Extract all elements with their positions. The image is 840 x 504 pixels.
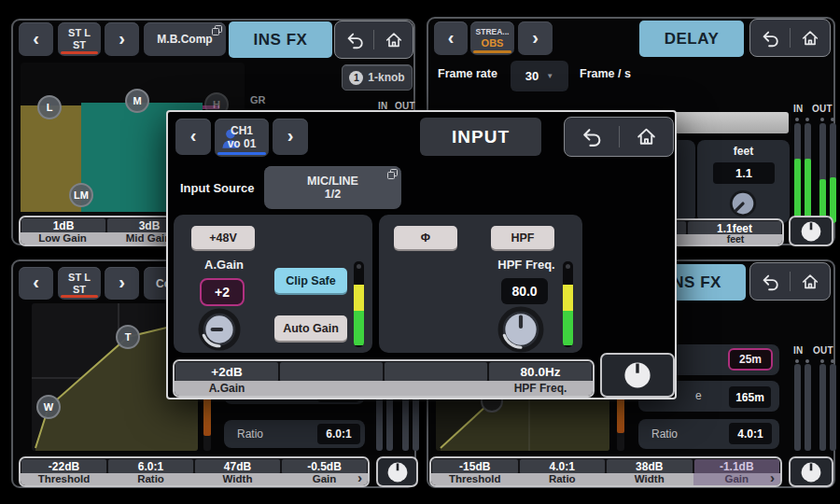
home-icon[interactable] [800,28,820,49]
divider [790,28,791,48]
param-cell-low-gain[interactable]: 1dB [21,218,105,233]
expand-chevron-icon[interactable]: › [770,471,775,483]
undo-icon[interactable] [344,30,365,50]
screen-title-tab[interactable]: INS FX [229,21,332,58]
param-cell-width[interactable]: 47dB [195,459,280,474]
dialog-title: INPUT [420,118,541,156]
param-label-feet: feet [687,234,784,245]
screen-title-tab[interactable]: DELAY [639,21,744,57]
home-icon[interactable] [635,125,658,148]
home-icon[interactable] [384,30,404,50]
delay-knob[interactable] [726,189,760,220]
channel-select-button[interactable]: ST L ST [58,267,101,300]
hpf-button[interactable]: HPF [491,226,554,249]
ratio-subpanel: Ratio 6.0:1 [224,420,365,448]
frame-rate-dropdown[interactable]: 30 ▼ [511,61,568,91]
threshold-handle[interactable]: T [116,325,140,349]
param-cell-width[interactable]: 38dB [607,459,693,474]
input-source-line1: MIC/LINE [307,175,358,188]
in-meter-1 [794,123,801,223]
undo-icon[interactable] [760,272,780,292]
param-label-ratio: Ratio [519,473,607,485]
chevron-right-icon: › [532,28,539,47]
clip-safe-button[interactable]: Clip Safe [274,268,347,293]
prev-channel-button[interactable]: ‹ [19,267,53,300]
again-label: A.Gain [194,258,254,272]
param-cell-hpf-freq[interactable]: 80.0Hz [489,362,592,382]
channel-select-button[interactable]: CH1 vo 01 [215,119,269,157]
chevron-left-icon: ‹ [33,273,39,291]
knob-assign-button[interactable] [376,456,418,487]
undo-icon[interactable] [760,28,780,49]
band-handle-l[interactable]: L [37,95,62,119]
one-knob-button[interactable]: 1 1-knob [342,64,413,91]
undo-icon[interactable] [580,125,603,148]
input-source-label: Input Source [180,181,254,195]
frame-rate-unit: Frame / s [580,67,631,80]
param-cell-ratio[interactable]: 6.0:1 [108,459,193,474]
param-cell-threshold[interactable]: -15dB [432,459,518,474]
knob-assign-button[interactable] [600,353,675,398]
peak-dot [820,359,824,363]
frame-rate-label: Frame rate [438,67,497,80]
knob-assign-button[interactable] [789,456,833,487]
ratio-value[interactable]: 4.0:1 [729,423,772,444]
band-handle-m[interactable]: M [125,89,149,113]
auto-gain-button[interactable]: Auto Gain [274,315,347,341]
param-label-threshold: Threshold [21,473,107,485]
prev-channel-button[interactable]: ‹ [175,119,211,155]
input-dialog: ‹ CH1 vo 01 › INPUT Input Source MIC/LIN… [166,110,677,399]
out-meter-1 [819,364,826,451]
input-source-button[interactable]: MIC/LINE 1/2 [264,166,401,209]
param-cell-gain[interactable]: -0.5dB [282,459,367,474]
out-meter-2 [830,123,836,223]
release-value[interactable]: 165m [729,386,771,408]
home-icon[interactable] [800,272,820,292]
param-cell[interactable] [385,362,487,382]
preset-button[interactable]: M.B.Comp [144,22,226,56]
in-meter-2 [805,364,811,451]
peak-dot [795,118,799,121]
out-meter-1 [819,123,826,223]
divider [790,272,791,291]
band-handle-lm[interactable]: LM [69,183,93,207]
again-knob[interactable] [198,308,241,351]
prev-channel-button[interactable]: ‹ [434,21,468,55]
param-label-threshold: Threshold [431,473,519,485]
channel-color-bar [473,50,511,54]
hpf-knob[interactable] [497,306,545,353]
knob-assign-button[interactable] [789,216,833,246]
param-cell-threshold[interactable]: -22dB [21,459,106,474]
phase-button[interactable]: Φ [394,226,457,249]
hpf-level-meter [563,261,573,347]
next-channel-button[interactable]: › [273,119,308,155]
prev-channel-button[interactable]: ‹ [19,22,53,56]
param-label-gain: Gain [281,473,368,485]
param-cell-gain-selected[interactable]: -1.1dB [694,459,780,474]
width-handle[interactable]: W [36,395,61,419]
screen-title: INS FX [254,31,308,49]
peak-dot [820,118,824,121]
feet-value[interactable]: 1.1 [713,162,775,184]
next-channel-button[interactable]: › [105,22,139,56]
channel-name-line1: STREA... [476,28,510,37]
expand-chevron-icon[interactable]: › [357,471,362,483]
again-value[interactable]: +2 [200,278,245,306]
next-channel-button[interactable]: › [105,267,139,300]
delay-feet-panel: feet 1.1 [697,140,790,223]
peak-dot [831,118,834,121]
attack-value[interactable]: 25m [728,348,773,371]
knob-icon [799,460,823,484]
param-cell-again[interactable]: +2dB [175,362,278,382]
nav-panel [334,21,413,59]
channel-select-button[interactable]: ST L ST [58,22,101,56]
phantom-48v-button[interactable]: +48V [191,226,255,249]
hpf-freq-value[interactable]: 80.0 [501,278,548,304]
ratio-value[interactable]: 6.0:1 [317,424,360,444]
next-channel-button[interactable]: › [518,21,553,55]
channel-select-button[interactable]: STREA... OBS [470,21,514,55]
param-cell[interactable] [280,362,383,382]
ratio-label: Ratio [651,427,678,441]
channel-color-bar [61,295,98,299]
param-cell-ratio[interactable]: 4.0:1 [520,459,606,474]
